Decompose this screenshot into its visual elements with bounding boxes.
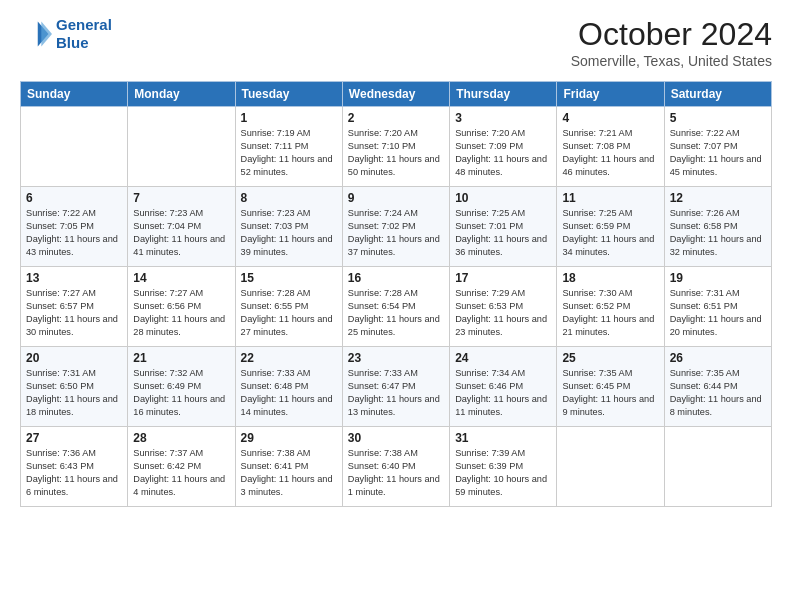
weekday-header-row: SundayMondayTuesdayWednesdayThursdayFrid… [21,82,772,107]
calendar-cell: 20Sunrise: 7:31 AM Sunset: 6:50 PM Dayli… [21,347,128,427]
cell-daylight-info: Sunrise: 7:31 AM Sunset: 6:51 PM Dayligh… [670,287,766,339]
cell-daylight-info: Sunrise: 7:34 AM Sunset: 6:46 PM Dayligh… [455,367,551,419]
cell-daylight-info: Sunrise: 7:24 AM Sunset: 7:02 PM Dayligh… [348,207,444,259]
calendar-cell: 12Sunrise: 7:26 AM Sunset: 6:58 PM Dayli… [664,187,771,267]
day-number: 13 [26,271,122,285]
day-number: 3 [455,111,551,125]
weekday-header: Monday [128,82,235,107]
calendar-cell: 10Sunrise: 7:25 AM Sunset: 7:01 PM Dayli… [450,187,557,267]
day-number: 6 [26,191,122,205]
calendar-cell: 17Sunrise: 7:29 AM Sunset: 6:53 PM Dayli… [450,267,557,347]
cell-daylight-info: Sunrise: 7:33 AM Sunset: 6:47 PM Dayligh… [348,367,444,419]
cell-daylight-info: Sunrise: 7:28 AM Sunset: 6:55 PM Dayligh… [241,287,337,339]
cell-daylight-info: Sunrise: 7:21 AM Sunset: 7:08 PM Dayligh… [562,127,658,179]
calendar-cell: 3Sunrise: 7:20 AM Sunset: 7:09 PM Daylig… [450,107,557,187]
cell-daylight-info: Sunrise: 7:29 AM Sunset: 6:53 PM Dayligh… [455,287,551,339]
cell-daylight-info: Sunrise: 7:20 AM Sunset: 7:10 PM Dayligh… [348,127,444,179]
calendar-week-row: 13Sunrise: 7:27 AM Sunset: 6:57 PM Dayli… [21,267,772,347]
day-number: 21 [133,351,229,365]
day-number: 9 [348,191,444,205]
cell-daylight-info: Sunrise: 7:26 AM Sunset: 6:58 PM Dayligh… [670,207,766,259]
cell-daylight-info: Sunrise: 7:31 AM Sunset: 6:50 PM Dayligh… [26,367,122,419]
day-number: 20 [26,351,122,365]
calendar-cell: 7Sunrise: 7:23 AM Sunset: 7:04 PM Daylig… [128,187,235,267]
logo-icon [20,18,52,50]
cell-daylight-info: Sunrise: 7:36 AM Sunset: 6:43 PM Dayligh… [26,447,122,499]
day-number: 23 [348,351,444,365]
cell-daylight-info: Sunrise: 7:19 AM Sunset: 7:11 PM Dayligh… [241,127,337,179]
calendar-cell: 27Sunrise: 7:36 AM Sunset: 6:43 PM Dayli… [21,427,128,507]
weekday-header: Sunday [21,82,128,107]
cell-daylight-info: Sunrise: 7:22 AM Sunset: 7:07 PM Dayligh… [670,127,766,179]
calendar-cell [557,427,664,507]
cell-daylight-info: Sunrise: 7:33 AM Sunset: 6:48 PM Dayligh… [241,367,337,419]
cell-daylight-info: Sunrise: 7:23 AM Sunset: 7:03 PM Dayligh… [241,207,337,259]
cell-daylight-info: Sunrise: 7:32 AM Sunset: 6:49 PM Dayligh… [133,367,229,419]
weekday-header: Saturday [664,82,771,107]
cell-daylight-info: Sunrise: 7:20 AM Sunset: 7:09 PM Dayligh… [455,127,551,179]
cell-daylight-info: Sunrise: 7:28 AM Sunset: 6:54 PM Dayligh… [348,287,444,339]
calendar-cell: 1Sunrise: 7:19 AM Sunset: 7:11 PM Daylig… [235,107,342,187]
cell-daylight-info: Sunrise: 7:37 AM Sunset: 6:42 PM Dayligh… [133,447,229,499]
day-number: 5 [670,111,766,125]
cell-daylight-info: Sunrise: 7:22 AM Sunset: 7:05 PM Dayligh… [26,207,122,259]
calendar-cell: 15Sunrise: 7:28 AM Sunset: 6:55 PM Dayli… [235,267,342,347]
calendar-cell: 6Sunrise: 7:22 AM Sunset: 7:05 PM Daylig… [21,187,128,267]
calendar: SundayMondayTuesdayWednesdayThursdayFrid… [20,81,772,507]
calendar-cell [21,107,128,187]
calendar-cell: 13Sunrise: 7:27 AM Sunset: 6:57 PM Dayli… [21,267,128,347]
calendar-cell: 24Sunrise: 7:34 AM Sunset: 6:46 PM Dayli… [450,347,557,427]
day-number: 12 [670,191,766,205]
cell-daylight-info: Sunrise: 7:38 AM Sunset: 6:41 PM Dayligh… [241,447,337,499]
day-number: 18 [562,271,658,285]
cell-daylight-info: Sunrise: 7:25 AM Sunset: 6:59 PM Dayligh… [562,207,658,259]
cell-daylight-info: Sunrise: 7:39 AM Sunset: 6:39 PM Dayligh… [455,447,551,499]
day-number: 30 [348,431,444,445]
calendar-cell: 28Sunrise: 7:37 AM Sunset: 6:42 PM Dayli… [128,427,235,507]
day-number: 7 [133,191,229,205]
header: General Blue October 2024 Somerville, Te… [20,16,772,69]
calendar-cell: 8Sunrise: 7:23 AM Sunset: 7:03 PM Daylig… [235,187,342,267]
cell-daylight-info: Sunrise: 7:30 AM Sunset: 6:52 PM Dayligh… [562,287,658,339]
calendar-cell: 4Sunrise: 7:21 AM Sunset: 7:08 PM Daylig… [557,107,664,187]
day-number: 8 [241,191,337,205]
calendar-week-row: 6Sunrise: 7:22 AM Sunset: 7:05 PM Daylig… [21,187,772,267]
weekday-header: Wednesday [342,82,449,107]
calendar-cell [128,107,235,187]
calendar-week-row: 20Sunrise: 7:31 AM Sunset: 6:50 PM Dayli… [21,347,772,427]
logo-text: General Blue [56,16,112,52]
svg-marker-1 [41,22,52,47]
calendar-cell: 18Sunrise: 7:30 AM Sunset: 6:52 PM Dayli… [557,267,664,347]
calendar-cell: 9Sunrise: 7:24 AM Sunset: 7:02 PM Daylig… [342,187,449,267]
day-number: 25 [562,351,658,365]
day-number: 15 [241,271,337,285]
calendar-cell: 14Sunrise: 7:27 AM Sunset: 6:56 PM Dayli… [128,267,235,347]
day-number: 4 [562,111,658,125]
calendar-week-row: 27Sunrise: 7:36 AM Sunset: 6:43 PM Dayli… [21,427,772,507]
day-number: 14 [133,271,229,285]
day-number: 28 [133,431,229,445]
cell-daylight-info: Sunrise: 7:27 AM Sunset: 6:56 PM Dayligh… [133,287,229,339]
day-number: 2 [348,111,444,125]
calendar-cell: 26Sunrise: 7:35 AM Sunset: 6:44 PM Dayli… [664,347,771,427]
cell-daylight-info: Sunrise: 7:27 AM Sunset: 6:57 PM Dayligh… [26,287,122,339]
weekday-header: Tuesday [235,82,342,107]
cell-daylight-info: Sunrise: 7:35 AM Sunset: 6:44 PM Dayligh… [670,367,766,419]
cell-daylight-info: Sunrise: 7:38 AM Sunset: 6:40 PM Dayligh… [348,447,444,499]
calendar-cell: 31Sunrise: 7:39 AM Sunset: 6:39 PM Dayli… [450,427,557,507]
day-number: 16 [348,271,444,285]
month-title: October 2024 [571,16,772,53]
calendar-cell [664,427,771,507]
day-number: 1 [241,111,337,125]
day-number: 22 [241,351,337,365]
calendar-cell: 22Sunrise: 7:33 AM Sunset: 6:48 PM Dayli… [235,347,342,427]
cell-daylight-info: Sunrise: 7:35 AM Sunset: 6:45 PM Dayligh… [562,367,658,419]
day-number: 26 [670,351,766,365]
calendar-cell: 29Sunrise: 7:38 AM Sunset: 6:41 PM Dayli… [235,427,342,507]
calendar-cell: 11Sunrise: 7:25 AM Sunset: 6:59 PM Dayli… [557,187,664,267]
day-number: 27 [26,431,122,445]
day-number: 31 [455,431,551,445]
calendar-cell: 2Sunrise: 7:20 AM Sunset: 7:10 PM Daylig… [342,107,449,187]
calendar-cell: 30Sunrise: 7:38 AM Sunset: 6:40 PM Dayli… [342,427,449,507]
day-number: 29 [241,431,337,445]
